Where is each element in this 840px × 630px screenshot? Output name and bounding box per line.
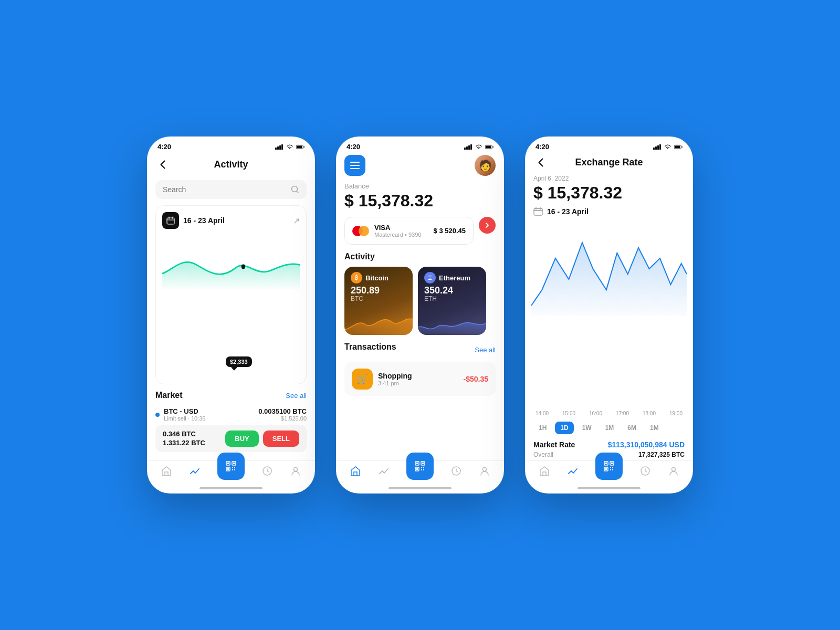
svg-rect-10 (227, 463, 229, 464)
back-button-3[interactable] (533, 155, 548, 170)
buy-button[interactable]: BUY (225, 430, 258, 447)
btc-circle: ₿ (351, 272, 362, 284)
svg-rect-17 (464, 148, 466, 150)
mc-circle2 (359, 226, 369, 236)
status-time-1: 4:20 (158, 143, 171, 151)
mastercard-icon (352, 226, 369, 236)
home-indicator-1 (200, 487, 262, 489)
market-left: BTC - USD Limit sell · 10:36 (155, 407, 205, 422)
balance-amount: $ 15,378.32 (344, 191, 496, 211)
signal-icon-3 (653, 144, 662, 150)
nav-profile[interactable] (290, 465, 301, 477)
nav-clock-2[interactable] (450, 465, 462, 477)
chart-x-labels: 14:00 15:00 16:00 17:00 18:00 19:00 (533, 411, 685, 416)
nav-chart-3[interactable] (567, 465, 579, 477)
balance-label: Balance (344, 182, 496, 190)
nav-profile-3[interactable] (668, 465, 679, 477)
txn-left: 🛒 Shopping 3:41 pm (352, 369, 412, 390)
transaction-item[interactable]: 🛒 Shopping 3:41 pm -$50.35 (344, 362, 496, 396)
svg-rect-14 (227, 468, 229, 470)
svg-rect-36 (675, 145, 680, 148)
filter-1w[interactable]: 1W (577, 422, 597, 434)
search-bar[interactable] (155, 180, 307, 199)
status-icons-1 (275, 144, 304, 150)
payment-card[interactable]: VISA Mastercard • 9390 $ 3 520.45 (344, 217, 474, 245)
market-price: 0.0035100 BTC (258, 407, 307, 415)
p2-topbar: 🧑 (344, 153, 496, 182)
p3-amount: $ 15,378.32 (533, 183, 685, 203)
signal-icon-2 (464, 144, 472, 150)
exchange-chart-area (531, 222, 687, 411)
filter-1d[interactable]: 1D (555, 422, 573, 434)
battery-icon-3 (674, 144, 682, 150)
svg-point-45 (672, 468, 676, 471)
avatar[interactable]: 🧑 (475, 155, 496, 176)
card-row: VISA Mastercard • 9390 $ 3 520.45 (344, 217, 496, 245)
card-indicator[interactable] (479, 217, 496, 234)
nav-qr-button[interactable] (217, 453, 245, 480)
svg-point-30 (483, 468, 487, 471)
menu-line (350, 165, 360, 166)
activity-row: ₿ Bitcoin 250.89 BTC (344, 267, 496, 335)
btc-mini-chart (344, 309, 413, 335)
nav-profile-2[interactable] (479, 465, 490, 477)
nav-chart-2[interactable] (378, 465, 390, 477)
svg-rect-5 (297, 145, 302, 148)
svg-rect-37 (534, 208, 542, 215)
phone2-content: 🧑 Balance $ 15,378.32 VISA Mastercard • … (336, 153, 504, 460)
svg-point-8 (242, 264, 245, 269)
ethereum-card[interactable]: Ξ Ethereum 350.24 ETH (418, 267, 486, 335)
sell-button[interactable]: SELL (263, 430, 299, 447)
bitcoin-card[interactable]: ₿ Bitcoin 250.89 BTC (344, 267, 413, 335)
search-input[interactable] (163, 185, 287, 194)
txn-see-all[interactable]: See all (475, 346, 496, 354)
nav-qr-button-3[interactable] (595, 453, 623, 480)
phone-dashboard: 4:20 (336, 136, 504, 494)
nav-clock[interactable] (261, 465, 273, 477)
filter-1m2[interactable]: 1M (645, 422, 664, 434)
eth-symbol: ETH (424, 295, 480, 302)
home-indicator-3 (578, 487, 640, 489)
filter-1m[interactable]: 1M (600, 422, 620, 434)
phone2-bottom (336, 460, 504, 494)
status-icons-2 (464, 144, 494, 150)
phone3-bottom (525, 460, 693, 494)
menu-button[interactable] (344, 155, 365, 176)
btc-content: ₿ Bitcoin 250.89 BTC (344, 267, 413, 308)
card-amount: $ 3 520.45 (434, 227, 466, 235)
menu-line (350, 162, 360, 163)
filter-6m[interactable]: 6M (622, 422, 642, 434)
btc-symbol: BTC (351, 295, 406, 302)
svg-rect-33 (657, 145, 659, 150)
nav-qr-button-2[interactable] (406, 453, 434, 480)
time-label-4: 18:00 (643, 411, 656, 416)
market-header: Market See all (155, 391, 307, 400)
card-info: VISA Mastercard • 9390 (374, 224, 421, 238)
exchange-chart (531, 222, 687, 316)
nav-chart[interactable] (189, 465, 201, 477)
time-label-0: 14:00 (536, 411, 549, 416)
nav-clock-3[interactable] (639, 465, 651, 477)
svg-rect-3 (281, 144, 283, 150)
eth-circle: Ξ (424, 272, 436, 284)
nav-home[interactable] (161, 465, 172, 477)
market-section: Market See all BTC - USD Limit sell · 10… (155, 391, 307, 452)
nav-home-2[interactable] (350, 465, 361, 477)
filter-1h[interactable]: 1H (533, 422, 552, 434)
see-all-button[interactable]: See all (286, 392, 307, 400)
svg-rect-7 (167, 218, 174, 224)
trade-amounts: 0.346 BTC 1.331.22 BTC (163, 430, 205, 447)
nav-home-3[interactable] (539, 465, 550, 477)
battery-icon (296, 144, 304, 150)
chart-date-row: 16 - 23 April (162, 212, 225, 229)
time-label-5: 19:00 (669, 411, 682, 416)
calendar-icon (162, 212, 179, 229)
activity-title: Activity (344, 252, 496, 261)
back-button[interactable] (155, 157, 170, 172)
svg-rect-39 (605, 463, 607, 464)
status-bar-2: 4:20 (336, 136, 504, 153)
svg-rect-18 (466, 146, 468, 150)
market-right: 0.0035100 BTC $1,525.00 (258, 407, 307, 422)
p3-header: Exchange Rate (533, 153, 685, 175)
trade-buttons: BUY SELL (225, 430, 299, 447)
